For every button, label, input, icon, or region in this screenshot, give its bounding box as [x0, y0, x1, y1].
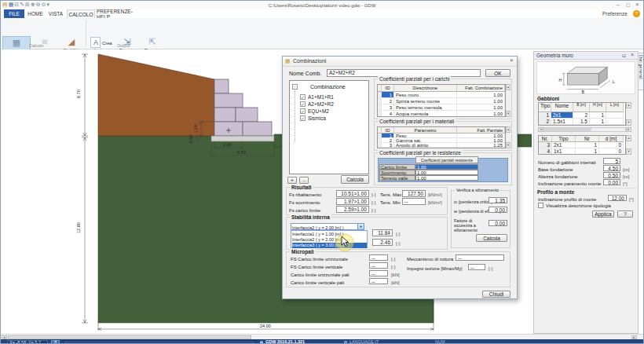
close-button[interactable]: × — [635, 2, 639, 8]
tree-item-a1m1r1[interactable]: A1+M1+R1 — [308, 94, 334, 101]
canvas-hscrollbar[interactable]: ◄ ► — [1, 334, 643, 339]
cell[interactable]: Spinta terreno monte — [394, 98, 457, 104]
table2-scroll-down[interactable]: ▼ — [626, 148, 631, 155]
dati-generali-side-tab[interactable]: Dati generali — [638, 53, 644, 90]
cell[interactable]: 2 — [573, 112, 590, 119]
combo-dropdown-icon[interactable]: ▼ — [357, 224, 364, 229]
tree-item-sismica[interactable]: Sismica — [308, 115, 326, 122]
cell[interactable]: 1.00 — [457, 104, 505, 111]
column-header[interactable]: Nome — [551, 103, 573, 112]
inclinazione-paramento-input[interactable]: 0.00 — [603, 179, 620, 185]
cell[interactable]: 2 — [382, 98, 394, 104]
gabion-layout-table[interactable]: Nr. Tipo Nr d [m] 3 2x1 1 0 4 1x1 1 0 — [538, 135, 626, 155]
cell[interactable]: 1.25 — [457, 143, 505, 148]
column-header[interactable]: ID — [382, 127, 394, 134]
table1-scroll-up[interactable]: ▲ — [626, 102, 631, 108]
materiali-scroll-down[interactable]: ▼ — [506, 142, 510, 148]
column-header[interactable]: B [m] — [573, 103, 590, 112]
sifonamento-calcola-button[interactable]: Calcola — [476, 234, 507, 242]
cell[interactable]: 4 — [382, 111, 394, 117]
tree-item-equm2[interactable]: EQU+M2 — [308, 108, 329, 115]
cell[interactable] — [606, 119, 624, 125]
ic-input[interactable]: 1.35 — [488, 197, 507, 203]
interfaccia-combobox[interactable]: Interfaccia2 ( y = 2.00 [m] ) ▼ — [291, 223, 364, 230]
cell[interactable]: 0 — [599, 142, 624, 148]
cell[interactable] — [606, 112, 624, 119]
panel-help-button[interactable]: ? — [617, 210, 633, 218]
help-icon[interactable]: ? — [633, 10, 640, 17]
tree-root-label[interactable]: Combinazione — [310, 84, 346, 90]
visualizza-descrizione-checkbox[interactable] — [538, 203, 543, 208]
tab-preferenze-help[interactable]: PREFERENZE-HELP — [97, 9, 142, 18]
materiali-scroll-up[interactable]: ▲ — [506, 126, 510, 133]
cell[interactable]: 1.5 — [573, 119, 590, 125]
preferences-label[interactable]: Preferenze — [602, 11, 628, 17]
column-header[interactable]: Nr. — [539, 136, 552, 142]
cell[interactable]: 0 — [599, 148, 624, 155]
column-header[interactable]: d [m] — [599, 136, 624, 142]
cell[interactable]: 3 — [539, 142, 552, 148]
cell[interactable]: 1.00 — [457, 98, 505, 104]
chiudi-button[interactable]: Chiudi — [482, 291, 510, 298]
column-header[interactable]: Descrizione — [394, 85, 457, 92]
column-header[interactable]: Tipo — [552, 136, 576, 142]
cell[interactable]: 1 — [539, 112, 551, 119]
cell[interactable]: Angolo di attrito — [394, 143, 457, 148]
altezza-fondazione-input[interactable]: 0.50 — [603, 172, 620, 178]
inclinazione-profilo-monte-input[interactable]: 12.00 — [608, 195, 627, 201]
calcola-button[interactable]: Calcola — [341, 175, 369, 184]
carichi-scroll-up[interactable]: ▲ — [506, 84, 510, 90]
column-header[interactable]: L [m] — [606, 103, 624, 112]
cell[interactable]: 1.5x1 — [551, 119, 573, 125]
minimize-button[interactable]: – — [617, 2, 620, 8]
table2-scroll-up[interactable]: ▲ — [626, 135, 631, 141]
cell[interactable]: Peso muro — [394, 92, 457, 98]
cell[interactable]: Peso terreno mensola — [394, 104, 457, 111]
carichi-scroll-down[interactable]: ▼ — [506, 111, 510, 117]
cell[interactable]: 1.00 — [457, 111, 505, 117]
column-header[interactable]: ID — [382, 85, 394, 92]
list-item-interfaccia3[interactable]: Interfaccia3 ( y = 3.00 [m] ) — [292, 243, 367, 248]
cell[interactable]: Acqua mensola — [394, 111, 457, 117]
materiali-table[interactable]: ID Parametro Fatt. Parziale 1 Peso 1.00 … — [377, 126, 506, 148]
base-fondazione-input[interactable]: 4.50 — [603, 165, 620, 171]
tab-home[interactable]: HOME — [26, 9, 45, 18]
gabion-types-table[interactable]: Tipo Nome B [m] H [m] L [m] 1 2x1 2 1 2 … — [538, 102, 626, 126]
status-help-badge[interactable]: ? — [51, 340, 60, 344]
cell[interactable]: 3 — [382, 104, 394, 111]
dialog-close-icon[interactable]: × — [510, 57, 514, 64]
column-header[interactable]: Tipo — [539, 103, 551, 112]
cell[interactable]: 1 — [590, 112, 606, 119]
column-header[interactable]: Fatt. Parziale — [457, 127, 505, 134]
column-header[interactable]: Fatt. Combinazione — [457, 85, 505, 92]
cell[interactable]: 4 — [539, 148, 552, 155]
carico-limite-coeff-cell[interactable]: 1.00 — [415, 164, 478, 170]
dialog-title-bar[interactable]: ▦ Combinazioni × — [283, 57, 517, 67]
table1-scroll-down[interactable]: ▼ — [626, 119, 631, 126]
panel-close-icon[interactable]: × — [631, 52, 634, 58]
column-header[interactable]: H [m] — [590, 103, 606, 112]
cell[interactable]: 1 — [576, 148, 599, 155]
cell[interactable]: 1.00 — [457, 92, 505, 98]
scorrimento-coeff-cell[interactable]: 1.00 — [415, 170, 478, 175]
column-header[interactable]: Nr — [576, 136, 599, 142]
tree-expander-icon[interactable]: - — [292, 84, 298, 90]
cell[interactable]: 2 — [539, 119, 551, 125]
tree-item-a2m2r2[interactable]: A2+M2+R2 — [308, 101, 334, 108]
add-combination-button[interactable]: + — [287, 177, 297, 184]
tab-file[interactable]: FILE — [4, 9, 24, 18]
list-item-interfaccia2[interactable]: Interfaccia2 ( y = 2.00 [m] ) — [292, 237, 367, 243]
terreno-valle-coeff-cell[interactable]: 1.00 — [415, 175, 478, 181]
pin-icon[interactable]: ⊡ — [622, 53, 626, 59]
cell[interactable]: 1 — [382, 92, 394, 98]
ok-button[interactable]: OK — [485, 69, 510, 77]
cell[interactable]: 3 — [382, 143, 394, 148]
list-item-interfaccia1[interactable]: Interfaccia1 ( y = 1.00 [m] ) — [292, 232, 367, 237]
combination-tree[interactable]: - Combinazione ✓ A1+M1+R1 ✓ A2+M2+R2 ✓ E… — [289, 80, 369, 174]
applica-button[interactable]: Applica — [592, 210, 614, 218]
numero-gabbioni-interrati-input[interactable]: 5 — [603, 158, 620, 164]
ie-input[interactable]: 0.00 — [488, 207, 507, 213]
cell[interactable]: 1 — [590, 119, 606, 125]
carichi-table[interactable]: ID Descrizione Fatt. Combinazione 1 Peso… — [377, 84, 506, 117]
table1-hscroll-track[interactable] — [543, 127, 626, 132]
